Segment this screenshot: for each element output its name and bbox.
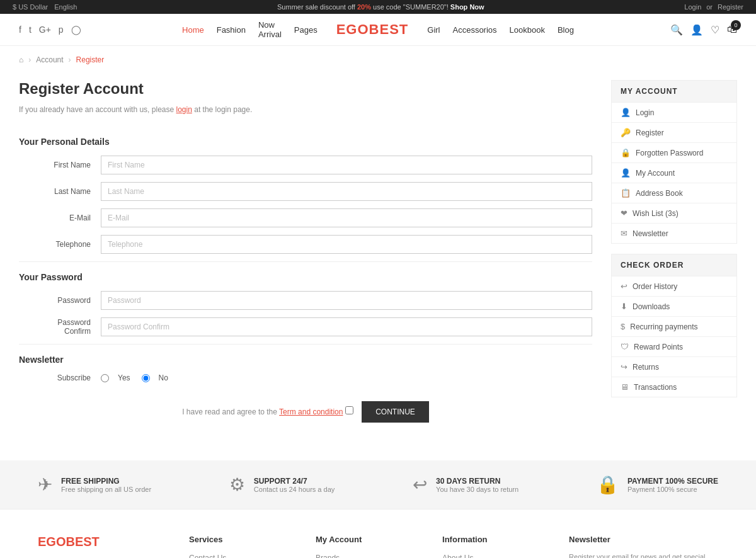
sidebar-newsletter[interactable]: ✉Newsletter	[612, 223, 736, 243]
sidebar-transactions[interactable]: 🖥Transactions	[612, 377, 736, 397]
breadcrumb-account[interactable]: Account	[36, 55, 63, 64]
user-icon[interactable]: 👤	[690, 24, 703, 36]
list-item: 🛡Reward Points	[612, 336, 736, 356]
sidebar-my-account[interactable]: 👤My Account	[612, 162, 736, 183]
continue-button[interactable]: CONTINUE	[362, 401, 429, 423]
shop-now-link[interactable]: Shop Now	[450, 3, 484, 11]
sidebar-order-history[interactable]: ↩Order History	[612, 276, 736, 296]
footer-brand: EGOBEST 📍 184 Main Rd E, St AlbansVIC 30…	[38, 535, 164, 558]
nav-lookbook[interactable]: Lookbook	[510, 25, 545, 35]
lock-icon: 🔒	[621, 148, 631, 157]
last-name-input[interactable]	[101, 182, 592, 201]
search-icon[interactable]: 🔍	[670, 24, 683, 36]
footer-brands[interactable]: Brands	[316, 554, 340, 558]
promo-banner: Summer sale discount off 20% use code "S…	[77, 3, 684, 11]
nav-pages[interactable]: Pages	[294, 25, 318, 35]
sidebar-recurring-payments[interactable]: $Recurring payments	[612, 316, 736, 336]
telephone-row: Telephone	[19, 235, 592, 254]
footer-contact-us[interactable]: Contact Us	[189, 554, 226, 558]
transactions-icon: 🖥	[621, 382, 629, 392]
nav-girl[interactable]: Girl	[427, 25, 440, 35]
sidebar-register[interactable]: 🔑Register	[612, 122, 736, 142]
my-account-footer-list: Brands Gift Certificates Affiliates Spec…	[316, 553, 417, 558]
sidebar-forgotten-password[interactable]: 🔒Forgotten Password	[612, 142, 736, 162]
check-order-list: ↩Order History ⬇Downloads $Recurring pay…	[612, 276, 736, 397]
sidebar-returns[interactable]: ↪Returns	[612, 356, 736, 377]
sidebar-address-book[interactable]: 📋Address Book	[612, 183, 736, 203]
social-links: f t G+ p ◯	[19, 25, 182, 35]
wishlist-icon[interactable]: ♡	[711, 24, 719, 36]
list-item: ⬇Downloads	[612, 296, 736, 316]
list-item: Brands	[316, 553, 417, 558]
terms-link[interactable]: Term and condition	[279, 407, 343, 416]
login-link-inline[interactable]: login	[176, 105, 192, 114]
my-account-list: 👤Login 🔑Register 🔒Forgotten Password 👤My…	[612, 102, 736, 243]
register-link[interactable]: Register	[718, 3, 743, 11]
list-item: ✉Newsletter	[612, 223, 736, 243]
shipping-title: FREE SHIPPING	[61, 477, 151, 486]
information-list: About Us FAQ Warranty And Services Suppo…	[442, 553, 544, 558]
list-item: $Recurring payments	[612, 316, 736, 336]
nav-home[interactable]: Home	[182, 25, 204, 35]
sidebar-reward-points[interactable]: 🛡Reward Points	[612, 336, 736, 356]
cart-badge: 0	[731, 20, 741, 30]
top-bar-right: Login or Register	[684, 3, 743, 11]
feature-payment: 🔒 PAYMENT 100% SECURE Payment 100% secur…	[597, 474, 718, 495]
password-confirm-input[interactable]	[101, 317, 592, 336]
newsletter-footer-title: Newsletter	[569, 535, 718, 544]
return-icon: ↪	[621, 362, 627, 372]
currency-selector[interactable]: $ US Dollar	[13, 3, 48, 11]
shipping-desc: Free shipping on all US order	[61, 486, 151, 493]
nav-blog[interactable]: Blog	[558, 25, 574, 35]
last-name-label: Last Name	[19, 187, 101, 196]
check-order-box: CHECK ORDER ↩Order History ⬇Downloads $R…	[611, 254, 737, 397]
feature-support-text: SUPPORT 24/7 Contact us 24 hours a day	[254, 477, 335, 493]
subscribe-radio-group: Yes No	[101, 373, 171, 382]
password-title: Your Password	[19, 261, 592, 282]
nav-fashion[interactable]: Fashion	[217, 25, 246, 35]
list-item: 🖥Transactions	[612, 377, 736, 397]
subscribe-no-radio[interactable]	[142, 374, 150, 382]
return-title: 30 DAYS RETURN	[436, 477, 518, 486]
breadcrumb-home[interactable]: ⌂	[19, 55, 23, 64]
dollar-icon: $	[621, 322, 625, 331]
subscribe-yes-radio[interactable]	[101, 374, 109, 382]
footer-about-us[interactable]: About Us	[442, 554, 473, 558]
list-item: 👤My Account	[612, 162, 736, 183]
login-link[interactable]: Login	[684, 3, 701, 11]
main-nav: Home Fashion Now Arrival Pages EGOBEST G…	[182, 20, 574, 39]
footer: EGOBEST 📍 184 Main Rd E, St AlbansVIC 30…	[0, 509, 756, 558]
sidebar-downloads[interactable]: ⬇Downloads	[612, 296, 736, 316]
nav-now-arrival[interactable]: Now Arrival	[258, 20, 282, 39]
feature-support: ⚙ SUPPORT 24/7 Contact us 24 hours a day	[229, 474, 335, 495]
language-selector[interactable]: English	[54, 3, 77, 11]
sidebar-wish-list[interactable]: ❤Wish List (3s)	[612, 203, 736, 223]
support-desc: Contact us 24 hours a day	[254, 486, 335, 493]
google-plus-icon[interactable]: G+	[39, 25, 51, 35]
payment-icon: 🔒	[597, 474, 619, 495]
telephone-input[interactable]	[101, 235, 592, 254]
first-name-input[interactable]	[101, 156, 592, 174]
payment-title: PAYMENT 100% SECURE	[627, 477, 718, 486]
first-name-row: First Name	[19, 156, 592, 174]
subscribe-yes-label: Yes	[118, 373, 133, 382]
email-input[interactable]	[101, 208, 592, 227]
feature-return-text: 30 DAYS RETURN You have 30 days to retur…	[436, 477, 518, 493]
sidebar-login[interactable]: 👤Login	[612, 102, 736, 122]
main-content: Register Account If you already have an …	[0, 74, 756, 454]
email-label: E-Mail	[19, 214, 101, 222]
list-item: 📋Address Book	[612, 183, 736, 203]
twitter-icon[interactable]: t	[29, 25, 32, 35]
footer-information: Information About Us FAQ Warranty And Se…	[442, 535, 544, 558]
header: f t G+ p ◯ Home Fashion Now Arrival Page…	[0, 14, 756, 46]
password-input[interactable]	[101, 291, 592, 310]
list-item: 🔑Register	[612, 122, 736, 142]
instagram-icon[interactable]: ◯	[71, 25, 81, 35]
personal-details-title: Your Personal Details	[19, 127, 592, 147]
nav-accessories[interactable]: Accessorios	[452, 25, 496, 35]
cart-icon[interactable]: 🛍0	[727, 24, 737, 35]
my-account-footer-title: My Account	[316, 535, 417, 544]
terms-checkbox[interactable]	[345, 406, 353, 414]
facebook-icon[interactable]: f	[19, 25, 21, 35]
pinterest-icon[interactable]: p	[59, 25, 64, 35]
